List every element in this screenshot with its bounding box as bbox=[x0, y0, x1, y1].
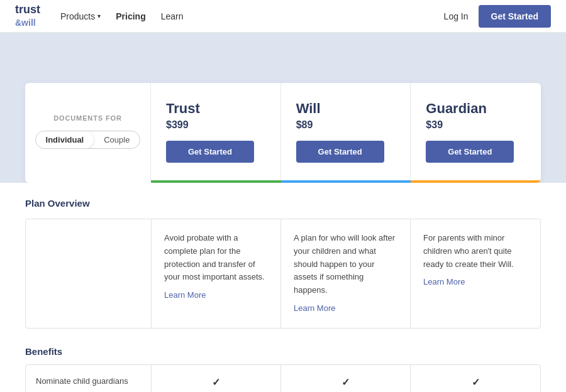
accent-bars bbox=[25, 180, 541, 183]
pricing-grid: DOCUMENTS FOR Individual Couple Trust $3… bbox=[25, 83, 541, 180]
get-started-nav-button[interactable]: Get Started bbox=[479, 5, 551, 28]
guardian-overview-text: For parents with minor children who aren… bbox=[423, 233, 514, 269]
pricing-area: DOCUMENTS FOR Individual Couple Trust $3… bbox=[0, 83, 566, 183]
guardian-learn-more[interactable]: Learn More bbox=[423, 276, 528, 289]
login-button[interactable]: Log In bbox=[444, 11, 469, 21]
logo[interactable]: trust &will bbox=[15, 4, 40, 29]
individual-toggle[interactable]: Individual bbox=[36, 131, 94, 148]
will-accent-bar bbox=[281, 180, 411, 183]
nav-pricing[interactable]: Pricing bbox=[116, 11, 145, 21]
will-learn-more[interactable]: Learn More bbox=[294, 302, 397, 315]
toggle-group: Individual Couple bbox=[35, 131, 141, 149]
benefits-table: Nominate child guardians Nominate pet gu… bbox=[25, 364, 541, 392]
accent-bar-empty bbox=[25, 180, 151, 183]
benefit-will-1 bbox=[281, 365, 411, 392]
will-plan-name: Will bbox=[296, 101, 396, 117]
hero-section bbox=[0, 33, 566, 83]
benefit-row: Nominate child guardians bbox=[26, 365, 540, 392]
couple-toggle[interactable]: Couple bbox=[94, 131, 140, 148]
benefit-label-1: Nominate child guardians bbox=[26, 365, 152, 392]
guardian-overview-col: For parents with minor children who aren… bbox=[411, 219, 540, 328]
trust-overview-text: Avoid probate with a complete plan for t… bbox=[164, 233, 265, 281]
guardian-plan-col: Guardian $39 Get Started bbox=[411, 83, 541, 180]
nav-right: Log In Get Started bbox=[444, 5, 551, 28]
will-get-started-button[interactable]: Get Started bbox=[296, 141, 384, 163]
guardian-plan-name: Guardian bbox=[426, 101, 526, 117]
chevron-down-icon: ▾ bbox=[97, 13, 101, 19]
trust-accent-bar bbox=[151, 180, 281, 183]
logo-line1: trust bbox=[15, 4, 40, 16]
trust-plan-price: $399 bbox=[166, 119, 265, 131]
benefit-guardian-1 bbox=[411, 365, 540, 392]
pricing-card: DOCUMENTS FOR Individual Couple Trust $3… bbox=[25, 83, 541, 183]
nav-links: Products ▾ Pricing Learn bbox=[60, 11, 444, 21]
overview-grid: Avoid probate with a complete plan for t… bbox=[25, 219, 541, 329]
navbar: trust &will Products ▾ Pricing Learn Log… bbox=[0, 0, 566, 33]
trust-learn-more[interactable]: Learn More bbox=[164, 289, 268, 302]
content-area: Plan Overview Avoid probate with a compl… bbox=[0, 183, 566, 392]
overview-empty-col bbox=[26, 219, 152, 328]
guardian-accent-bar bbox=[411, 180, 541, 183]
plan-overview-heading: Plan Overview bbox=[25, 183, 541, 219]
trust-get-started-button[interactable]: Get Started bbox=[166, 141, 254, 163]
nav-learn[interactable]: Learn bbox=[161, 11, 184, 21]
will-plan-col: Will $89 Get Started bbox=[281, 83, 411, 180]
documents-for-col: DOCUMENTS FOR Individual Couple bbox=[25, 83, 151, 180]
benefit-trust-1 bbox=[152, 365, 281, 392]
guardian-get-started-button[interactable]: Get Started bbox=[426, 141, 514, 163]
trust-plan-col: Trust $399 Get Started bbox=[151, 83, 281, 180]
benefits-heading: Benefits bbox=[25, 329, 541, 364]
logo-line2: &will bbox=[15, 18, 36, 28]
guardian-plan-price: $39 bbox=[426, 119, 526, 131]
will-plan-price: $89 bbox=[296, 119, 396, 131]
will-overview-text: A plan for who will look after your chil… bbox=[294, 233, 395, 295]
will-overview-col: A plan for who will look after your chil… bbox=[281, 219, 411, 328]
documents-for-label: DOCUMENTS FOR bbox=[53, 114, 122, 122]
trust-plan-name: Trust bbox=[166, 101, 265, 117]
trust-overview-col: Avoid probate with a complete plan for t… bbox=[152, 219, 281, 328]
nav-products[interactable]: Products ▾ bbox=[60, 11, 101, 21]
